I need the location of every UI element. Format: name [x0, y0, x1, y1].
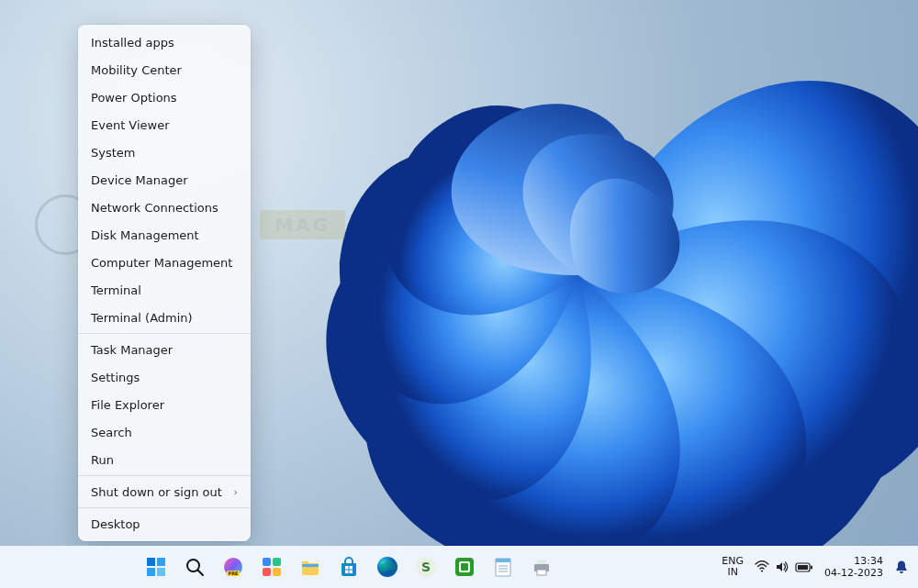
start-icon: [145, 556, 167, 578]
winx-item-settings[interactable]: Settings: [78, 363, 251, 391]
winx-item-task-manager[interactable]: Task Manager: [78, 336, 251, 363]
taskbar-start-button[interactable]: [139, 549, 174, 584]
taskbar-store-button[interactable]: [331, 549, 366, 584]
language-indicator[interactable]: ENG IN: [722, 556, 744, 578]
taskbar-notepad-button[interactable]: [486, 549, 521, 584]
search-icon: [184, 556, 206, 578]
taskbar-widgets-button[interactable]: [254, 549, 289, 584]
notifications-button[interactable]: [894, 560, 909, 574]
chevron-right-icon: ›: [234, 486, 238, 498]
svg-text:PRE: PRE: [229, 571, 240, 576]
svg-rect-3: [157, 568, 165, 576]
winx-item-terminal-admin[interactable]: Terminal (Admin): [78, 304, 251, 331]
winx-item-event-viewer[interactable]: Event Viewer: [78, 111, 251, 139]
winx-item-system[interactable]: System: [78, 139, 251, 166]
camtasia-icon: [453, 556, 476, 578]
svg-rect-25: [496, 559, 510, 562]
taskbar-camtasia-button[interactable]: [447, 549, 482, 584]
clock-time: 13:34: [854, 555, 883, 567]
svg-rect-30: [537, 560, 546, 564]
svg-rect-2: [147, 568, 155, 576]
volume-icon: [775, 560, 789, 573]
winx-item-label: System: [91, 146, 135, 160]
battery-icon: [795, 561, 813, 573]
svg-text:S: S: [421, 560, 431, 574]
winx-item-desktop[interactable]: Desktop: [78, 510, 251, 538]
svg-rect-16: [345, 571, 349, 574]
winx-item-disk-management[interactable]: Disk Management: [78, 221, 251, 249]
taskbar-explorer-button[interactable]: [293, 549, 328, 584]
widgets-icon: [261, 556, 283, 578]
svg-rect-1: [157, 558, 165, 566]
winx-item-label: Run: [91, 453, 114, 467]
store-icon: [338, 556, 360, 578]
winx-item-label: Network Connections: [91, 201, 218, 215]
winx-item-label: Event Viewer: [91, 118, 170, 132]
snagit-icon: S: [415, 556, 437, 578]
winx-item-installed-apps[interactable]: Installed apps: [78, 28, 251, 56]
taskbar-printer-button[interactable]: [524, 549, 559, 584]
winx-item-label: Device Manager: [91, 173, 188, 187]
taskbar-edge-button[interactable]: [370, 549, 405, 584]
svg-rect-23: [461, 563, 468, 571]
winx-item-terminal[interactable]: Terminal: [78, 276, 251, 304]
desktop-root: { "watermark": {"left":"GEEKER","right":…: [0, 0, 918, 588]
winx-item-power-options[interactable]: Power Options: [78, 83, 251, 111]
svg-line-5: [198, 571, 204, 576]
svg-rect-35: [811, 565, 812, 569]
taskbar-search-button[interactable]: [177, 549, 212, 584]
printer-icon: [531, 556, 553, 578]
quick-settings[interactable]: [755, 560, 813, 573]
lang-bottom: IN: [727, 567, 737, 578]
svg-rect-15: [350, 566, 353, 570]
svg-rect-0: [147, 558, 155, 566]
winx-item-label: Terminal: [91, 283, 141, 297]
winx-item-label: Search: [91, 426, 132, 439]
taskbar-snagit-button[interactable]: S: [409, 549, 443, 584]
menu-separator: [78, 475, 251, 476]
svg-rect-13: [302, 564, 319, 567]
winx-item-label: Installed apps: [91, 36, 174, 50]
menu-separator: [78, 507, 251, 508]
svg-rect-31: [537, 570, 546, 575]
wifi-icon: [755, 560, 769, 573]
clock-date: 04-12-2023: [824, 567, 883, 579]
bell-icon: [894, 560, 909, 574]
taskbar-clock[interactable]: 13:34 04-12-2023: [824, 555, 883, 579]
winx-item-file-explorer[interactable]: File Explorer: [78, 391, 251, 418]
notepad-icon: [492, 556, 514, 578]
wallpaper-bloom-svg: [147, 0, 918, 587]
winx-item-label: Disk Management: [91, 228, 199, 242]
svg-point-32: [761, 570, 763, 571]
taskbar: PRES ENG IN 13:34 04-12-2023: [0, 546, 918, 588]
taskbar-copilot-button[interactable]: PRE: [216, 549, 251, 584]
menu-separator: [78, 333, 251, 334]
winx-item-shut-down-or-sign-out[interactable]: Shut down or sign out›: [78, 478, 251, 505]
winx-item-run[interactable]: Run: [78, 446, 251, 473]
winx-item-label: Computer Management: [91, 256, 232, 270]
winx-item-computer-management[interactable]: Computer Management: [78, 249, 251, 276]
winx-item-label: Desktop: [91, 517, 140, 531]
svg-rect-10: [273, 558, 281, 566]
svg-rect-14: [345, 566, 349, 570]
winx-item-search[interactable]: Search: [78, 418, 251, 446]
edge-icon: [376, 556, 398, 578]
winx-item-label: Mobility Center: [91, 63, 182, 77]
svg-rect-34: [798, 565, 808, 570]
svg-rect-17: [350, 571, 353, 574]
taskbar-system-tray: ENG IN 13:34 04-12-2023: [722, 555, 918, 579]
watermark-text-right: MAG: [260, 210, 345, 239]
winx-item-network-connections[interactable]: Network Connections: [78, 194, 251, 221]
svg-rect-9: [263, 558, 271, 566]
winx-item-device-manager[interactable]: Device Manager: [78, 166, 251, 194]
svg-rect-11: [263, 568, 271, 576]
winx-item-label: Power Options: [91, 91, 177, 105]
winx-context-menu: Installed appsMobility CenterPower Optio…: [78, 25, 251, 541]
explorer-icon: [299, 556, 321, 578]
svg-rect-12: [273, 568, 281, 576]
taskbar-centered-apps: PRES: [139, 549, 559, 584]
winx-item-label: Shut down or sign out: [91, 485, 222, 499]
winx-item-mobility-center[interactable]: Mobility Center: [78, 56, 251, 83]
winx-item-label: File Explorer: [91, 398, 164, 412]
winx-item-label: Settings: [91, 371, 140, 384]
